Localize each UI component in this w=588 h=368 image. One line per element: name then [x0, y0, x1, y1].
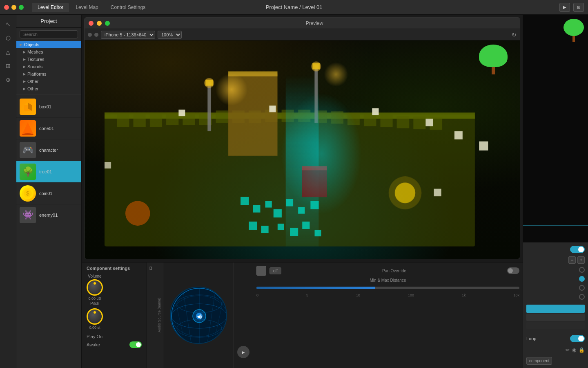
minus-button[interactable]: − — [568, 256, 576, 264]
volume-value: 0.00 dB — [88, 296, 101, 301]
maximize-button[interactable] — [19, 5, 24, 10]
tree-item-meshes[interactable]: ▶ Meshes — [16, 48, 81, 56]
distance-slider[interactable] — [256, 287, 519, 289]
play-on-label: Play On — [87, 334, 102, 339]
svg-rect-16 — [216, 110, 228, 123]
awake-row: Awake — [87, 340, 142, 349]
tree-item-other-1[interactable]: ▶ Other — [16, 78, 81, 85]
tree-item-platforms[interactable]: ▶ Platforms — [16, 70, 81, 78]
component-button[interactable]: component — [526, 357, 552, 365]
asset-character[interactable]: 🎮 character — [16, 139, 81, 161]
tree-item-other-2[interactable]: ▶ Other — [16, 85, 81, 92]
close-button[interactable] — [4, 5, 9, 10]
build-button[interactable]: ⊞ — [573, 3, 584, 12]
volume-label: Volume — [88, 274, 101, 278]
asset-box01[interactable]: box01 — [16, 96, 81, 118]
shapes-tool[interactable]: ⬡ — [2, 32, 14, 44]
search-input[interactable] — [20, 30, 78, 38]
tree-item-objects[interactable]: ▶ Objects — [16, 41, 81, 48]
tree-item-sounds[interactable]: ▶ Sounds — [16, 63, 81, 70]
volume-knob[interactable] — [87, 279, 103, 296]
lamp-glow-1 — [215, 73, 248, 106]
left-panel: Project ▶ Objects ▶ Meshes ▶ Textures ▶ … — [16, 15, 82, 368]
asset-name: coin01 — [39, 191, 52, 196]
tab-level-editor[interactable]: Level Editor — [32, 3, 69, 12]
asset-name: tree01 — [39, 169, 52, 174]
tab-control-settings[interactable]: Control Settings — [105, 3, 151, 12]
play-btn-circle[interactable]: ▶ — [237, 346, 249, 358]
loop-toggle[interactable] — [570, 335, 585, 342]
pitch-knob[interactable] — [87, 308, 103, 325]
plus-button[interactable]: + — [577, 256, 585, 264]
asset-thumb-character: 🎮 — [20, 142, 36, 158]
tree-item-textures[interactable]: ▶ Textures — [16, 56, 81, 63]
tree-label: Sounds — [27, 64, 42, 69]
asset-tree01[interactable]: 🌳 tree01 — [16, 161, 81, 183]
tree-arrow: ▶ — [23, 79, 26, 83]
svg-rect-28 — [413, 117, 425, 129]
pan-square-btn[interactable] — [256, 266, 266, 276]
asset-cone01[interactable]: cone01 — [16, 118, 81, 139]
zoom-select[interactable]: 100% — [158, 31, 182, 39]
svg-rect-41 — [372, 108, 379, 115]
grid-tool[interactable]: ⊞ — [2, 60, 14, 72]
triangle-tool[interactable]: △ — [2, 46, 14, 58]
distance-slider-fill — [256, 287, 375, 289]
svg-rect-46 — [105, 162, 111, 168]
sphere-svg: ◀) — [171, 287, 227, 344]
svg-rect-53 — [310, 201, 318, 209]
tree-arrow: ▶ — [23, 65, 26, 69]
svg-rect-59 — [314, 230, 321, 236]
tree-label: Other — [27, 79, 39, 84]
tree-label: Meshes — [27, 49, 43, 54]
off-button[interactable]: off — [270, 267, 281, 274]
asset-coin01[interactable]: $ coin01 — [16, 183, 81, 204]
preview-maximize[interactable] — [105, 21, 110, 26]
radio-btn-2[interactable] — [579, 276, 585, 282]
preview-minimize[interactable] — [97, 21, 102, 26]
play-button[interactable]: ▶ — [559, 3, 570, 12]
lock-icon[interactable]: 🔒 — [579, 347, 585, 353]
radio-btn-3[interactable] — [579, 285, 585, 291]
svg-rect-45 — [434, 189, 441, 196]
asset-name: cone01 — [39, 126, 54, 131]
svg-text:◀): ◀) — [197, 314, 202, 319]
right-controls: − + Loop — [523, 242, 588, 368]
mark-0: 0 — [256, 293, 258, 297]
radio-btn-1[interactable] — [579, 267, 585, 273]
radio-row-3 — [526, 284, 585, 292]
svg-rect-36 — [314, 65, 318, 123]
svg-rect-56 — [278, 224, 284, 230]
pencil-icon[interactable]: ✏ — [566, 347, 570, 353]
svg-rect-47 — [241, 197, 249, 205]
cursor-tool[interactable]: ↖ — [2, 18, 14, 30]
globe-tool[interactable]: ⊕ — [2, 74, 14, 86]
knob-row: Volume 0.00 dB Pitch 0.00 st — [87, 274, 142, 330]
knob-indicator — [94, 311, 96, 314]
minimize-button[interactable] — [11, 5, 16, 10]
b-tab[interactable]: B — [147, 263, 155, 368]
awake-toggle[interactable] — [129, 341, 142, 348]
preview-close[interactable] — [89, 21, 94, 26]
gray-bar-2 — [526, 322, 585, 329]
tree-label: Other — [27, 86, 39, 91]
preview-window: Preview iPhone 5 - 1136×640 100% ↻ — [84, 17, 520, 259]
svg-rect-48 — [253, 205, 260, 213]
top-toggle[interactable] — [570, 246, 585, 253]
svg-rect-52 — [298, 207, 305, 214]
asset-enemy01[interactable]: 👾 enemy01 — [16, 204, 81, 226]
tree-arrow: ▶ — [23, 72, 26, 76]
refresh-button[interactable]: ↻ — [512, 31, 517, 38]
eye-icon[interactable]: ◉ — [572, 347, 576, 353]
volume-group: Volume 0.00 dB Pitch 0.00 st — [87, 274, 103, 330]
right-panel: − + Loop — [523, 15, 588, 368]
device-select[interactable]: iPhone 5 - 1136×640 — [101, 31, 155, 39]
radio-btn-4[interactable] — [579, 294, 585, 300]
tree-label: Platforms — [27, 72, 46, 76]
pan-override-toggle[interactable] — [507, 267, 519, 274]
svg-rect-30 — [286, 74, 319, 247]
prev-dot-2 — [94, 33, 98, 37]
component-settings-title: Component settings — [87, 266, 142, 271]
tab-level-map[interactable]: Level Map — [70, 3, 104, 12]
tree-label: Textures — [27, 57, 45, 62]
